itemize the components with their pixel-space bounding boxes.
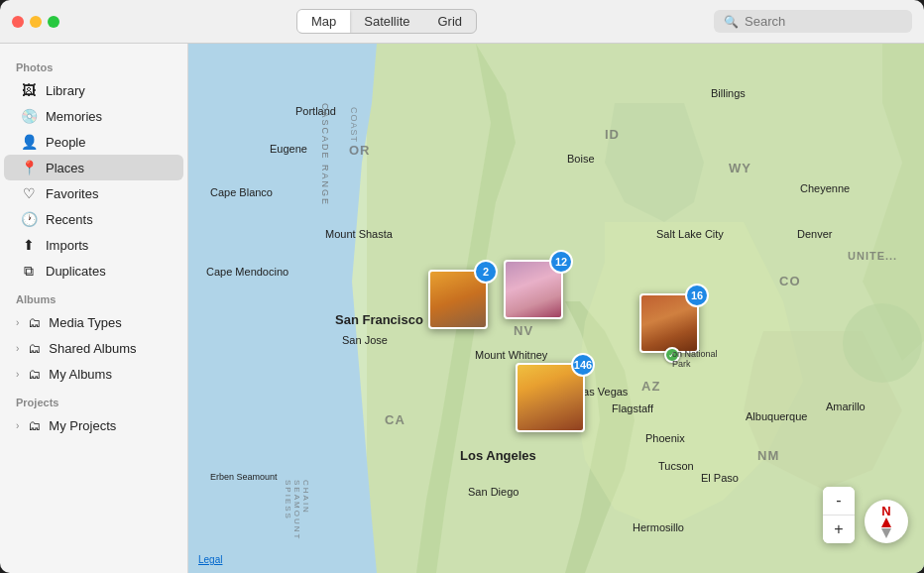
sidebar-item-label: Media Types <box>49 315 121 330</box>
search-icon: 🔍 <box>724 15 739 29</box>
sidebar-item-people[interactable]: 👤 People <box>4 129 183 155</box>
media-types-icon: 🗂 <box>25 313 43 331</box>
favorites-icon: ♡ <box>20 184 38 202</box>
pin-count-16: 16 <box>685 284 709 307</box>
titlebar: Map Satellite Grid 🔍 <box>0 0 924 44</box>
map-view-button[interactable]: Map <box>297 10 350 33</box>
satellite-view-button[interactable]: Satellite <box>350 10 423 33</box>
sidebar-item-label: Memories <box>46 109 102 124</box>
sidebar-item-label: Places <box>46 161 84 175</box>
chevron-right-icon: › <box>16 420 19 431</box>
photo-pin-national-park[interactable]: 16 <box>639 293 699 353</box>
sidebar-item-label: Duplicates <box>46 264 106 279</box>
compass-arrow-south <box>881 528 891 538</box>
albums-section-label: Albums <box>0 284 187 309</box>
imports-icon: ⬆ <box>20 236 38 254</box>
sidebar: Photos 🖼 Library 💿 Memories 👤 People 📍 P… <box>0 44 188 573</box>
sidebar-item-label: Imports <box>46 238 88 253</box>
sidebar-item-places[interactable]: 📍 Places <box>4 155 183 180</box>
duplicates-icon: ⧉ <box>20 262 38 280</box>
compass-arrow-north <box>881 517 891 527</box>
chevron-right-icon: › <box>16 343 19 354</box>
national-park-label: on NationalPark <box>672 349 718 369</box>
sidebar-item-recents[interactable]: 🕐 Recents <box>4 206 183 232</box>
sidebar-item-memories[interactable]: 💿 Memories <box>4 103 183 129</box>
sidebar-item-label: Library <box>46 83 85 98</box>
traffic-lights <box>12 16 59 28</box>
pin-count-12: 12 <box>549 250 573 274</box>
pin-count-2: 2 <box>474 260 498 284</box>
chevron-right-icon: › <box>16 317 19 328</box>
search-input[interactable] <box>745 14 883 29</box>
photo-pin-la[interactable]: 146 <box>516 363 585 432</box>
recents-icon: 🕐 <box>20 210 38 228</box>
chevron-right-icon: › <box>16 369 19 380</box>
app-window: Map Satellite Grid 🔍 Photos 🖼 Library 💿 … <box>0 0 924 573</box>
sidebar-item-label: Recents <box>46 212 93 227</box>
legal-link[interactable]: Legal <box>198 554 222 565</box>
compass-north-indicator: N <box>881 505 890 517</box>
sidebar-item-imports[interactable]: ⬆ Imports <box>4 232 183 258</box>
library-icon: 🖼 <box>20 81 38 99</box>
my-albums-icon: 🗂 <box>25 365 43 383</box>
grid-view-button[interactable]: Grid <box>423 10 476 33</box>
photo-pin-reno[interactable]: 2 <box>428 270 488 329</box>
search-bar[interactable]: 🔍 <box>714 10 912 33</box>
sidebar-item-my-albums[interactable]: › 🗂 My Albums <box>0 361 187 387</box>
view-toggle: Map Satellite Grid <box>296 9 477 34</box>
memories-icon: 💿 <box>20 107 38 125</box>
sidebar-item-label: My Projects <box>49 418 116 433</box>
photos-section-label: Photos <box>0 52 187 77</box>
compass: N <box>865 500 908 543</box>
shared-albums-icon: 🗂 <box>25 339 43 357</box>
sidebar-item-media-types[interactable]: › 🗂 Media Types <box>0 309 187 335</box>
sidebar-item-label: Shared Albums <box>49 341 136 356</box>
view-controls: Map Satellite Grid <box>67 9 706 34</box>
projects-section-label: Projects <box>0 387 187 412</box>
svg-point-1 <box>843 303 922 383</box>
maximize-button[interactable] <box>48 16 59 28</box>
sidebar-item-favorites[interactable]: ♡ Favorites <box>4 180 183 206</box>
photo-pin-sacramento[interactable]: 12 <box>504 260 563 319</box>
zoom-out-button[interactable]: - <box>823 487 855 515</box>
sidebar-item-label: My Albums <box>49 367 112 382</box>
sidebar-item-shared-albums[interactable]: › 🗂 Shared Albums <box>0 335 187 361</box>
main-content: Photos 🖼 Library 💿 Memories 👤 People 📍 P… <box>0 44 924 573</box>
zoom-controls: - + <box>823 487 855 543</box>
close-button[interactable] <box>12 16 24 28</box>
sidebar-item-label: Favorites <box>46 186 98 201</box>
map-area[interactable]: Portland Eugene Billings Boise Salt Lake… <box>188 44 924 573</box>
my-projects-icon: 🗂 <box>25 416 43 434</box>
sidebar-item-duplicates[interactable]: ⧉ Duplicates <box>4 258 183 284</box>
pin-count-146: 146 <box>571 353 595 377</box>
zoom-in-button[interactable]: + <box>823 516 855 543</box>
minimize-button[interactable] <box>30 16 42 28</box>
sidebar-item-library[interactable]: 🖼 Library <box>4 77 183 103</box>
sidebar-item-label: People <box>46 135 85 150</box>
places-icon: 📍 <box>20 159 38 176</box>
people-icon: 👤 <box>20 133 38 151</box>
sidebar-item-my-projects[interactable]: › 🗂 My Projects <box>0 412 187 438</box>
